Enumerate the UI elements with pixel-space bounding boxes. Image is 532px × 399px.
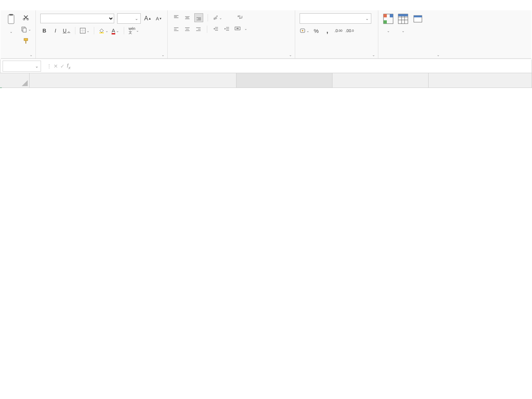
- select-all-corner[interactable]: [0, 73, 30, 88]
- table-format-icon: [398, 13, 409, 24]
- svg-rect-44: [383, 20, 387, 24]
- ribbon: ⌄ A▲ A▼ B I U: [1, 10, 531, 59]
- svg-rect-43: [390, 14, 393, 17]
- orientation-button[interactable]: ab: [212, 14, 222, 22]
- formula-input[interactable]: [74, 59, 532, 73]
- font-group-label: [40, 55, 163, 58]
- clipboard-group-label: [5, 55, 31, 58]
- bold-button[interactable]: B: [40, 27, 48, 35]
- font-color-button[interactable]: A: [111, 27, 119, 35]
- enter-formula-button[interactable]: ✓: [60, 63, 65, 69]
- svg-rect-0: [8, 15, 14, 24]
- align-left-button[interactable]: [172, 25, 180, 33]
- group-clipboard: ⌄: [1, 10, 36, 58]
- underline-button[interactable]: U: [62, 27, 71, 35]
- formula-dropdown-icon[interactable]: ⋮: [47, 64, 51, 69]
- cell-style-icon: [412, 13, 423, 24]
- percent-button[interactable]: %: [312, 27, 320, 35]
- align-group-label: [172, 55, 290, 58]
- svg-rect-1: [9, 14, 13, 16]
- svg-rect-5: [23, 28, 26, 32]
- align-right-button[interactable]: [194, 25, 202, 33]
- fill-color-button[interactable]: [99, 27, 108, 35]
- align-bottom-button[interactable]: [194, 13, 203, 22]
- svg-rect-6: [24, 38, 28, 41]
- number-group-label: [300, 55, 374, 58]
- merge-icon: [235, 25, 241, 31]
- merge-center-button[interactable]: [235, 24, 247, 33]
- cancel-formula-button[interactable]: ✕: [54, 63, 58, 69]
- conditional-format-button[interactable]: ⌄: [383, 13, 394, 33]
- svg-rect-7: [25, 41, 26, 44]
- format-painter-button[interactable]: [22, 37, 30, 45]
- increase-indent-button[interactable]: [223, 25, 231, 33]
- font-size-select[interactable]: [117, 13, 141, 24]
- decrease-font-button[interactable]: A▼: [155, 14, 163, 23]
- comma-button[interactable]: ,: [323, 27, 331, 35]
- svg-text:ab: ab: [213, 16, 218, 21]
- conditional-format-icon: [383, 13, 394, 24]
- decrease-indent-button[interactable]: [212, 25, 220, 33]
- italic-button[interactable]: I: [51, 27, 59, 35]
- group-styles: ⌄ ⌄: [378, 10, 443, 58]
- svg-text:ab: ab: [238, 15, 241, 17]
- svg-rect-50: [398, 14, 408, 16]
- format-table-button[interactable]: ⌄: [398, 13, 409, 33]
- decrease-decimal-button[interactable]: .00.0: [345, 27, 354, 35]
- accounting-format-button[interactable]: [300, 27, 309, 35]
- font-family-select[interactable]: [40, 14, 114, 23]
- cut-button[interactable]: [22, 13, 30, 21]
- svg-rect-52: [414, 16, 422, 17]
- insert-function-button[interactable]: fx: [67, 63, 71, 70]
- align-center-button[interactable]: [183, 25, 191, 33]
- worksheet-grid[interactable]: [0, 73, 532, 88]
- col-header-D[interactable]: [429, 73, 532, 88]
- ribbon-tabs: [0, 0, 532, 10]
- svg-rect-42: [383, 14, 387, 17]
- cell-style-button[interactable]: [412, 13, 423, 27]
- number-format-select[interactable]: [300, 13, 371, 24]
- align-top-button[interactable]: [172, 14, 180, 22]
- group-number: % , .0.00 .00.0: [295, 10, 378, 58]
- group-alignment: ab ab: [168, 10, 295, 58]
- svg-rect-11: [99, 33, 104, 33]
- formula-bar: ⋮ ✕ ✓ fx: [0, 59, 532, 73]
- wrap-icon: ab: [237, 14, 243, 20]
- align-middle-button[interactable]: [183, 14, 191, 22]
- copy-button[interactable]: [21, 25, 31, 33]
- name-box[interactable]: [3, 61, 41, 72]
- wrap-text-button[interactable]: ab: [235, 13, 247, 21]
- col-header-A[interactable]: [30, 73, 236, 88]
- styles-group-label: [383, 55, 438, 58]
- group-font: A▲ A▼ B I U A wén文: [36, 10, 168, 58]
- svg-point-40: [302, 30, 303, 31]
- increase-font-button[interactable]: A▲: [144, 14, 152, 23]
- increase-decimal-button[interactable]: .0.00: [334, 27, 342, 35]
- col-header-B[interactable]: [236, 73, 332, 88]
- col-header-C[interactable]: [332, 73, 429, 88]
- paste-icon: [5, 13, 17, 25]
- border-button[interactable]: [80, 27, 89, 35]
- phonetic-button[interactable]: wén文: [129, 27, 139, 35]
- paste-button[interactable]: ⌄: [5, 13, 17, 34]
